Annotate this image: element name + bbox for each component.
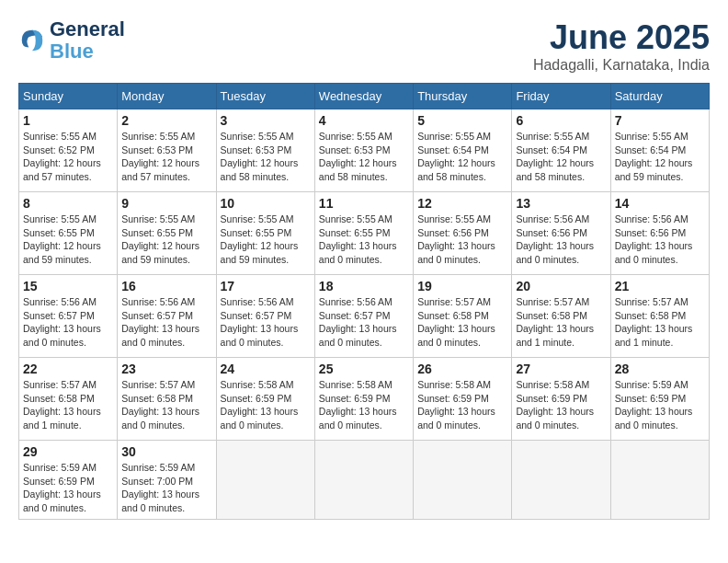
day-number: 19 [417, 279, 507, 293]
calendar-week-4: 22Sunrise: 5:57 AM Sunset: 6:58 PM Dayli… [19, 358, 710, 441]
day-number: 22 [23, 362, 113, 376]
calendar-day-cell [512, 441, 610, 520]
header-cell-monday: Monday [118, 84, 216, 109]
day-number: 13 [516, 196, 606, 211]
day-number: 16 [121, 279, 211, 293]
calendar-day-cell: 4Sunrise: 5:55 AM Sunset: 6:53 PM Daylig… [314, 109, 413, 192]
day-number: 30 [121, 444, 211, 459]
calendar-day-cell: 26Sunrise: 5:58 AM Sunset: 6:59 PM Dayli… [414, 358, 512, 441]
day-info: Sunrise: 5:56 AM Sunset: 6:57 PM Dayligh… [121, 295, 211, 350]
logo-line2: Blue [50, 40, 125, 63]
day-info: Sunrise: 5:57 AM Sunset: 6:58 PM Dayligh… [417, 295, 507, 350]
header-row: SundayMondayTuesdayWednesdayThursdayFrid… [19, 84, 710, 109]
logo-line1: General [50, 18, 125, 40]
calendar-day-cell: 6Sunrise: 5:55 AM Sunset: 6:54 PM Daylig… [512, 109, 610, 192]
day-number: 28 [615, 362, 705, 376]
month-title: June 2025 [533, 18, 710, 57]
day-info: Sunrise: 5:55 AM Sunset: 6:54 PM Dayligh… [516, 130, 606, 184]
location: Hadagalli, Karnataka, India [533, 57, 710, 74]
day-number: 24 [221, 362, 311, 376]
day-info: Sunrise: 5:57 AM Sunset: 6:58 PM Dayligh… [23, 378, 113, 432]
day-number: 2 [121, 113, 211, 128]
day-info: Sunrise: 5:56 AM Sunset: 6:57 PM Dayligh… [221, 295, 311, 350]
calendar-body: 1Sunrise: 5:55 AM Sunset: 6:52 PM Daylig… [19, 109, 710, 520]
day-info: Sunrise: 5:55 AM Sunset: 6:55 PM Dayligh… [23, 213, 113, 267]
calendar-day-cell: 30Sunrise: 5:59 AM Sunset: 7:00 PM Dayli… [118, 441, 216, 520]
calendar-day-cell: 3Sunrise: 5:55 AM Sunset: 6:53 PM Daylig… [216, 109, 314, 192]
header-cell-saturday: Saturday [610, 84, 709, 109]
page-header: General Blue June 2025 Hadagalli, Karnat… [18, 18, 710, 74]
day-info: Sunrise: 5:59 AM Sunset: 6:59 PM Dayligh… [615, 378, 705, 432]
day-info: Sunrise: 5:55 AM Sunset: 6:55 PM Dayligh… [121, 213, 211, 267]
header-cell-tuesday: Tuesday [216, 84, 314, 109]
calendar-day-cell: 11Sunrise: 5:55 AM Sunset: 6:55 PM Dayli… [314, 192, 413, 275]
day-info: Sunrise: 5:58 AM Sunset: 6:59 PM Dayligh… [516, 378, 606, 432]
calendar-day-cell: 7Sunrise: 5:55 AM Sunset: 6:54 PM Daylig… [610, 109, 709, 192]
day-info: Sunrise: 5:55 AM Sunset: 6:53 PM Dayligh… [121, 130, 211, 184]
calendar-day-cell: 20Sunrise: 5:57 AM Sunset: 6:58 PM Dayli… [512, 275, 610, 358]
day-number: 9 [121, 196, 211, 211]
day-number: 23 [121, 362, 211, 376]
day-info: Sunrise: 5:56 AM Sunset: 6:57 PM Dayligh… [319, 295, 409, 350]
calendar-day-cell: 1Sunrise: 5:55 AM Sunset: 6:52 PM Daylig… [19, 109, 118, 192]
calendar-day-cell [610, 441, 709, 520]
day-info: Sunrise: 5:56 AM Sunset: 6:57 PM Dayligh… [23, 295, 113, 350]
calendar-day-cell: 8Sunrise: 5:55 AM Sunset: 6:55 PM Daylig… [19, 192, 118, 275]
calendar-day-cell: 13Sunrise: 5:56 AM Sunset: 6:56 PM Dayli… [512, 192, 610, 275]
day-info: Sunrise: 5:55 AM Sunset: 6:53 PM Dayligh… [221, 130, 311, 184]
day-info: Sunrise: 5:59 AM Sunset: 6:59 PM Dayligh… [23, 461, 113, 515]
day-info: Sunrise: 5:55 AM Sunset: 6:53 PM Dayligh… [319, 130, 409, 184]
logo-icon [18, 27, 46, 54]
day-info: Sunrise: 5:55 AM Sunset: 6:54 PM Dayligh… [417, 130, 507, 184]
day-number: 11 [319, 196, 409, 211]
day-info: Sunrise: 5:57 AM Sunset: 6:58 PM Dayligh… [121, 378, 211, 432]
day-info: Sunrise: 5:58 AM Sunset: 6:59 PM Dayligh… [319, 378, 409, 432]
day-number: 17 [221, 279, 311, 293]
day-number: 29 [23, 444, 113, 459]
day-info: Sunrise: 5:57 AM Sunset: 6:58 PM Dayligh… [516, 295, 606, 350]
calendar-week-5: 29Sunrise: 5:59 AM Sunset: 6:59 PM Dayli… [19, 441, 710, 520]
day-number: 4 [319, 113, 409, 128]
calendar-week-2: 8Sunrise: 5:55 AM Sunset: 6:55 PM Daylig… [19, 192, 710, 275]
day-number: 25 [319, 362, 409, 376]
header-cell-friday: Friday [512, 84, 610, 109]
calendar-day-cell [314, 441, 413, 520]
calendar-day-cell: 25Sunrise: 5:58 AM Sunset: 6:59 PM Dayli… [314, 358, 413, 441]
day-info: Sunrise: 5:57 AM Sunset: 6:58 PM Dayligh… [615, 295, 705, 350]
day-info: Sunrise: 5:56 AM Sunset: 6:56 PM Dayligh… [615, 213, 705, 267]
calendar-day-cell [216, 441, 314, 520]
calendar-day-cell: 24Sunrise: 5:58 AM Sunset: 6:59 PM Dayli… [216, 358, 314, 441]
day-info: Sunrise: 5:55 AM Sunset: 6:56 PM Dayligh… [417, 213, 507, 267]
day-info: Sunrise: 5:58 AM Sunset: 6:59 PM Dayligh… [417, 378, 507, 432]
calendar-table: SundayMondayTuesdayWednesdayThursdayFrid… [18, 83, 710, 520]
day-info: Sunrise: 5:59 AM Sunset: 7:00 PM Dayligh… [121, 461, 211, 515]
day-number: 1 [23, 113, 113, 128]
title-block: June 2025 Hadagalli, Karnataka, India [533, 18, 710, 74]
header-cell-thursday: Thursday [414, 84, 512, 109]
day-number: 15 [23, 279, 113, 293]
logo: General Blue [18, 18, 125, 63]
header-cell-wednesday: Wednesday [314, 84, 413, 109]
calendar-day-cell: 27Sunrise: 5:58 AM Sunset: 6:59 PM Dayli… [512, 358, 610, 441]
calendar-day-cell: 15Sunrise: 5:56 AM Sunset: 6:57 PM Dayli… [19, 275, 118, 358]
calendar-week-1: 1Sunrise: 5:55 AM Sunset: 6:52 PM Daylig… [19, 109, 710, 192]
calendar-header: SundayMondayTuesdayWednesdayThursdayFrid… [19, 84, 710, 109]
day-number: 18 [319, 279, 409, 293]
calendar-day-cell: 10Sunrise: 5:55 AM Sunset: 6:55 PM Dayli… [216, 192, 314, 275]
calendar-day-cell [414, 441, 512, 520]
day-number: 5 [417, 113, 507, 128]
logo-text: General Blue [50, 18, 125, 63]
day-number: 7 [615, 113, 705, 128]
calendar-day-cell: 2Sunrise: 5:55 AM Sunset: 6:53 PM Daylig… [118, 109, 216, 192]
calendar-day-cell: 9Sunrise: 5:55 AM Sunset: 6:55 PM Daylig… [118, 192, 216, 275]
calendar-week-3: 15Sunrise: 5:56 AM Sunset: 6:57 PM Dayli… [19, 275, 710, 358]
calendar-day-cell: 14Sunrise: 5:56 AM Sunset: 6:56 PM Dayli… [610, 192, 709, 275]
calendar-day-cell: 19Sunrise: 5:57 AM Sunset: 6:58 PM Dayli… [414, 275, 512, 358]
day-number: 27 [516, 362, 606, 376]
day-number: 6 [516, 113, 606, 128]
calendar-day-cell: 29Sunrise: 5:59 AM Sunset: 6:59 PM Dayli… [19, 441, 118, 520]
day-number: 14 [615, 196, 705, 211]
calendar-day-cell: 18Sunrise: 5:56 AM Sunset: 6:57 PM Dayli… [314, 275, 413, 358]
calendar-day-cell: 23Sunrise: 5:57 AM Sunset: 6:58 PM Dayli… [118, 358, 216, 441]
day-number: 20 [516, 279, 606, 293]
